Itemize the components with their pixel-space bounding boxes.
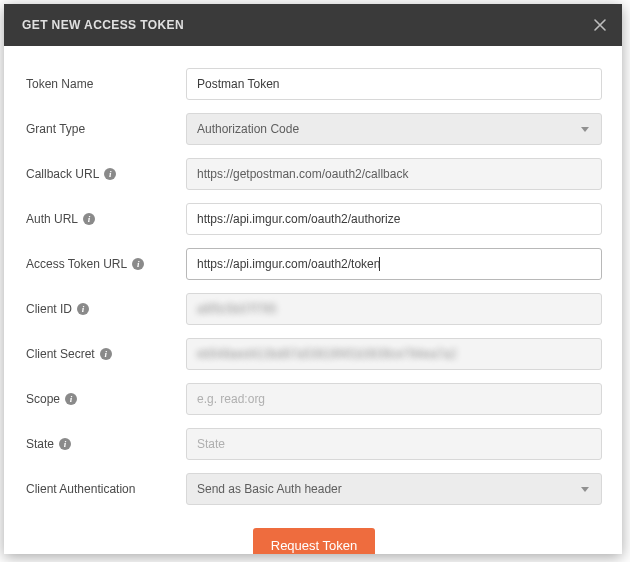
label-text: Client ID xyxy=(26,302,72,316)
close-button[interactable] xyxy=(592,17,608,33)
client-secret-label: Client Secret i xyxy=(26,347,186,361)
info-icon[interactable]: i xyxy=(132,258,144,270)
label-text: Client Authentication xyxy=(26,482,135,496)
label-text: Scope xyxy=(26,392,60,406)
state-label: State i xyxy=(26,437,186,451)
client-secret-input[interactable]: eb548aed413bd67a53819f4f1b3639ce794ea7a2 xyxy=(186,338,602,370)
label-text: Access Token URL xyxy=(26,257,127,271)
client-auth-select[interactable]: Send as Basic Auth header xyxy=(186,473,602,505)
label-text: Grant Type xyxy=(26,122,85,136)
label-text: State xyxy=(26,437,54,451)
select-value: Authorization Code xyxy=(197,122,299,136)
chevron-down-icon xyxy=(581,487,589,492)
state-input[interactable] xyxy=(186,428,602,460)
client-id-input[interactable]: a6f5c5b07f795 xyxy=(186,293,602,325)
info-icon[interactable]: i xyxy=(104,168,116,180)
access-token-url-label: Access Token URL i xyxy=(26,257,186,271)
info-icon[interactable]: i xyxy=(59,438,71,450)
input-value: a6f5c5b07f795 xyxy=(197,302,276,316)
label-text: Auth URL xyxy=(26,212,78,226)
chevron-down-icon xyxy=(581,127,589,132)
close-icon xyxy=(592,17,608,33)
grant-type-select[interactable]: Authorization Code xyxy=(186,113,602,145)
request-token-button[interactable]: Request Token xyxy=(253,528,376,554)
info-icon[interactable]: i xyxy=(83,213,95,225)
grant-type-label: Grant Type xyxy=(26,122,186,136)
modal-title: GET NEW ACCESS TOKEN xyxy=(22,18,184,32)
token-name-input[interactable] xyxy=(186,68,602,100)
input-value: eb548aed413bd67a53819f4f1b3639ce794ea7a2 xyxy=(197,347,457,361)
auth-url-input[interactable] xyxy=(186,203,602,235)
scope-input[interactable] xyxy=(186,383,602,415)
info-icon[interactable]: i xyxy=(65,393,77,405)
client-auth-label: Client Authentication xyxy=(26,482,186,496)
label-text: Client Secret xyxy=(26,347,95,361)
label-text: Token Name xyxy=(26,77,93,91)
modal-header: GET NEW ACCESS TOKEN xyxy=(4,4,622,46)
modal-body: Token Name Grant Type Authorization Code… xyxy=(4,46,622,554)
callback-url-label: Callback URL i xyxy=(26,167,186,181)
info-icon[interactable]: i xyxy=(100,348,112,360)
input-value: https://api.imgur.com/oauth2/token xyxy=(197,257,380,271)
select-value: Send as Basic Auth header xyxy=(197,482,342,496)
access-token-url-input[interactable]: https://api.imgur.com/oauth2/token xyxy=(186,248,602,280)
info-icon[interactable]: i xyxy=(77,303,89,315)
token-name-label: Token Name xyxy=(26,77,186,91)
scope-label: Scope i xyxy=(26,392,186,406)
client-id-label: Client ID i xyxy=(26,302,186,316)
text-cursor xyxy=(379,257,380,271)
auth-url-label: Auth URL i xyxy=(26,212,186,226)
label-text: Callback URL xyxy=(26,167,99,181)
callback-url-input[interactable] xyxy=(186,158,602,190)
get-token-modal: GET NEW ACCESS TOKEN Token Name Grant Ty… xyxy=(4,4,622,554)
modal-footer: Request Token xyxy=(26,518,602,554)
